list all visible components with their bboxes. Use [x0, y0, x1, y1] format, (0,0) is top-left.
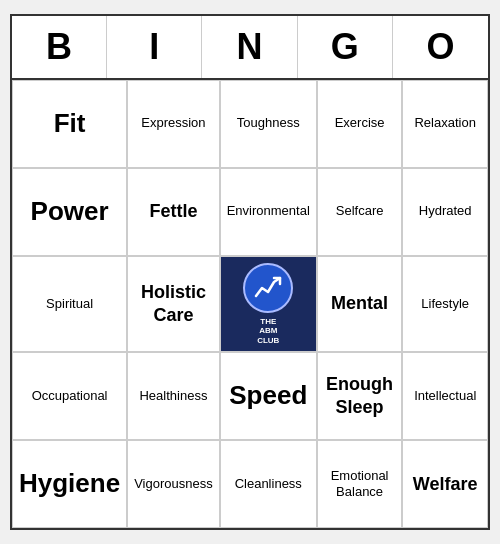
- bingo-cell-21: Vigorousness: [127, 440, 220, 528]
- bingo-cell-17: Speed: [220, 352, 317, 440]
- bingo-cell-19: Intellectual: [402, 352, 488, 440]
- bingo-cell-3: Exercise: [317, 80, 403, 168]
- bingo-grid: FitExpressionToughnessExerciseRelaxation…: [12, 80, 488, 529]
- bingo-cell-13: Mental: [317, 256, 403, 353]
- bingo-letter-b: B: [12, 16, 107, 78]
- bingo-cell-10: Spiritual: [12, 256, 127, 353]
- bingo-cell-18: Enough Sleep: [317, 352, 403, 440]
- bingo-cell-24: Welfare: [402, 440, 488, 528]
- bingo-cell-12: THE ABM CLUB: [220, 256, 317, 353]
- logo-circle: [243, 263, 293, 313]
- bingo-card: BINGO FitExpressionToughnessExerciseRela…: [10, 14, 490, 531]
- bingo-cell-16: Healthiness: [127, 352, 220, 440]
- bingo-cell-20: Hygiene: [12, 440, 127, 528]
- bingo-cell-14: Lifestyle: [402, 256, 488, 353]
- bingo-cell-15: Occupational: [12, 352, 127, 440]
- bingo-header: BINGO: [12, 16, 488, 80]
- bingo-cell-9: Hydrated: [402, 168, 488, 256]
- bingo-cell-7: Environmental: [220, 168, 317, 256]
- logo-container: THE ABM CLUB: [243, 263, 293, 346]
- bingo-letter-o: O: [393, 16, 488, 78]
- bingo-cell-22: Cleanliness: [220, 440, 317, 528]
- bingo-cell-2: Toughness: [220, 80, 317, 168]
- bingo-cell-8: Selfcare: [317, 168, 403, 256]
- bingo-cell-6: Fettle: [127, 168, 220, 256]
- bingo-cell-1: Expression: [127, 80, 220, 168]
- bingo-cell-0: Fit: [12, 80, 127, 168]
- bingo-cell-5: Power: [12, 168, 127, 256]
- bingo-cell-23: Emotional Balance: [317, 440, 403, 528]
- bingo-letter-i: I: [107, 16, 202, 78]
- logo-text: THE ABM CLUB: [257, 317, 279, 346]
- bingo-cell-4: Relaxation: [402, 80, 488, 168]
- bingo-cell-11: Holistic Care: [127, 256, 220, 353]
- bingo-letter-n: N: [202, 16, 297, 78]
- bingo-letter-g: G: [298, 16, 393, 78]
